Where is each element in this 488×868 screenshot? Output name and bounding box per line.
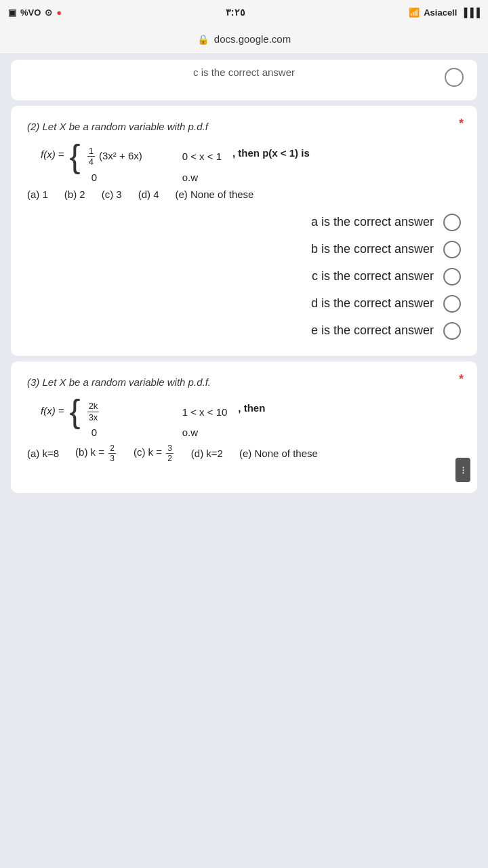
answer-label-b: b is the correct answer	[311, 242, 434, 256]
top-partial-card: c is the correct answer	[11, 60, 477, 100]
piece2-cond: o.w	[182, 172, 198, 183]
carrier-label: Asiacell	[424, 7, 457, 18]
status-bar: ▣ %VO ⊙ ● ٣:٢٥ 📶 Asiacell ▐▐▐	[0, 0, 488, 24]
choices-row-q3: (a) k=8 (b) k = 23 (c) k = 32 (d) k=2 (e…	[27, 443, 461, 463]
choice-c-q2: (c) 3	[102, 189, 122, 200]
choice-e-q3: (e) None of these	[239, 448, 318, 459]
brace-q3: {	[70, 395, 81, 428]
url-text: docs.google.com	[214, 33, 291, 45]
required-star-q2: *	[459, 117, 464, 131]
lock-icon: 🔒	[197, 34, 209, 45]
network-icon: %VO	[20, 7, 41, 18]
piece2-expr-q3: 0	[86, 427, 174, 438]
piece1-cond-q3: 1 < x < 10	[182, 406, 228, 418]
scroll-indicator[interactable]: ⁝	[455, 458, 470, 482]
piecewise-rows-q2: 1 4 (3x² + 6x) 0 < x < 1 0 o.w	[86, 146, 222, 183]
answer-option-a[interactable]: a is the correct answer	[27, 214, 461, 231]
piecewise-rows-q3: 2k 3x 1 < x < 10 0 o.w	[86, 401, 228, 438]
dot-icon: ●	[56, 7, 62, 18]
radio-d[interactable]	[443, 295, 461, 313]
battery-icon: ▣	[8, 7, 16, 18]
top-radio-circle[interactable]	[445, 68, 464, 87]
signal-bars-icon: ▐▐▐	[461, 7, 480, 18]
piecewise-row-q3-1: 2k 3x 1 < x < 10	[86, 401, 228, 422]
choice-b-q3: (b) k = 23	[75, 443, 117, 463]
status-time: ٣:٢٥	[226, 7, 245, 18]
piecewise-row-1: 1 4 (3x² + 6x) 0 < x < 1	[86, 146, 222, 167]
fx-label-q2: f(x) =	[41, 149, 64, 160]
then-text-q3: , then	[238, 402, 265, 414]
answer-option-c[interactable]: c is the correct answer	[27, 268, 461, 285]
fraction-q2: 1 4	[87, 146, 95, 167]
choice-e-q2: (e) None of these	[176, 189, 254, 200]
answer-option-e[interactable]: e is the correct answer	[27, 322, 461, 340]
question-3-card: * (3) Let X be a random variable with p.…	[11, 361, 477, 494]
required-star-q3: *	[459, 372, 464, 387]
status-left: ▣ %VO ⊙ ●	[8, 7, 62, 18]
answer-option-b[interactable]: b is the correct answer	[27, 241, 461, 258]
piece2-cond-q3: o.w	[182, 427, 198, 438]
choice-a-q2: (a) 1	[27, 189, 48, 200]
piece1-expr-q3: 2k 3x	[86, 401, 174, 422]
then-text-q2: , then p(x < 1) is	[232, 147, 310, 159]
status-right: 📶 Asiacell ▐▐▐	[409, 7, 480, 18]
answer-label-e: e is the correct answer	[311, 323, 434, 338]
fraction-q3: 2k 3x	[87, 401, 100, 422]
address-bar[interactable]: 🔒 docs.google.com	[0, 24, 488, 54]
bottom-spacer	[0, 498, 488, 526]
radio-b[interactable]	[443, 241, 461, 258]
answer-label-a: a is the correct answer	[311, 215, 434, 229]
answer-options-q2: a is the correct answer b is the correct…	[27, 214, 461, 340]
piecewise-row-2: 0 o.w	[86, 172, 222, 183]
choice-d-q2: (d) 4	[138, 189, 159, 200]
radio-a[interactable]	[443, 214, 461, 231]
choice-a-q3: (a) k=8	[27, 448, 59, 459]
choices-row-q2: (a) 1 (b) 2 (c) 3 (d) 4 (e) None of thes…	[27, 189, 461, 200]
answer-label-d: d is the correct answer	[311, 296, 434, 311]
wifi-icon: 📶	[409, 7, 420, 18]
choice-d-q3: (d) k=2	[191, 448, 223, 459]
top-partial-text: c is the correct answer	[193, 66, 295, 78]
question-2-card: * (2) Let X be a random variable with p.…	[11, 106, 477, 356]
piecewise-row-q3-2: 0 o.w	[86, 427, 228, 438]
radio-c[interactable]	[443, 268, 461, 285]
circle-icon: ⊙	[45, 7, 52, 18]
brace-q2: {	[70, 140, 81, 173]
answer-option-d[interactable]: d is the correct answer	[27, 295, 461, 313]
piece1-expr: 1 4 (3x² + 6x)	[86, 146, 174, 167]
piece1-cond: 0 < x < 1	[182, 151, 222, 162]
choice-c-q3: (c) k = 32	[134, 443, 175, 463]
radio-e[interactable]	[443, 322, 461, 340]
choice-b-q2: (b) 2	[64, 189, 85, 200]
piece2-expr: 0	[86, 172, 174, 183]
answer-label-c: c is the correct answer	[312, 269, 434, 283]
fx-label-q3: f(x) =	[41, 405, 64, 416]
question-2-title: (2) Let X be a random variable with p.d.…	[27, 119, 461, 135]
question-3-title: (3) Let X be a random variable with p.d.…	[27, 375, 461, 391]
